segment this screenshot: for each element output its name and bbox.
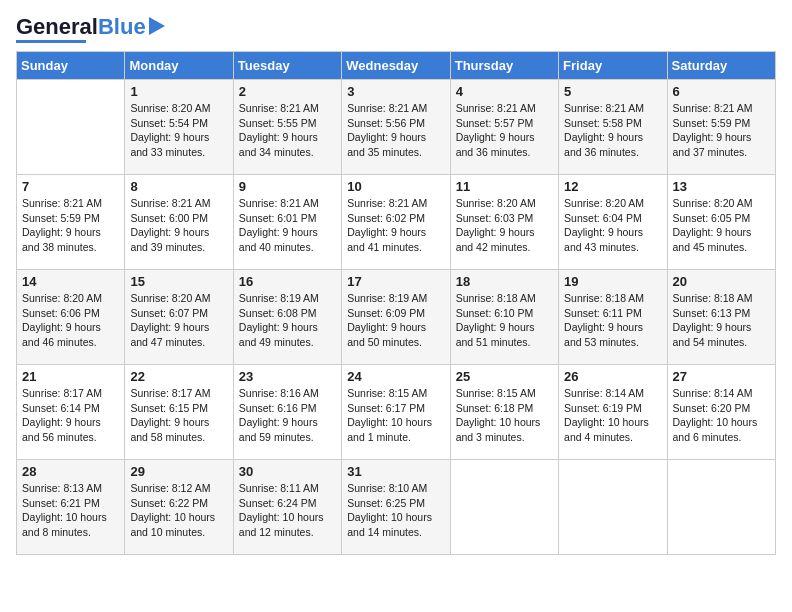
day-number: 31 xyxy=(347,464,445,479)
day-number: 17 xyxy=(347,274,445,289)
calendar-cell: 13 Sunrise: 8:20 AMSunset: 6:05 PMDaylig… xyxy=(667,175,775,270)
cell-info: Sunrise: 8:12 AMSunset: 6:22 PMDaylight:… xyxy=(130,482,215,538)
page-header: GeneralBlue xyxy=(16,16,776,43)
calendar-cell: 26 Sunrise: 8:14 AMSunset: 6:19 PMDaylig… xyxy=(559,365,667,460)
logo: GeneralBlue xyxy=(16,16,165,43)
day-number: 30 xyxy=(239,464,337,479)
day-number: 26 xyxy=(564,369,662,384)
cell-info: Sunrise: 8:17 AMSunset: 6:15 PMDaylight:… xyxy=(130,387,210,443)
calendar-cell: 11 Sunrise: 8:20 AMSunset: 6:03 PMDaylig… xyxy=(450,175,558,270)
header-thursday: Thursday xyxy=(450,52,558,80)
day-number: 4 xyxy=(456,84,554,99)
day-number: 18 xyxy=(456,274,554,289)
calendar-cell: 20 Sunrise: 8:18 AMSunset: 6:13 PMDaylig… xyxy=(667,270,775,365)
cell-info: Sunrise: 8:20 AMSunset: 6:04 PMDaylight:… xyxy=(564,197,644,253)
header-sunday: Sunday xyxy=(17,52,125,80)
calendar-week-row: 1 Sunrise: 8:20 AMSunset: 5:54 PMDayligh… xyxy=(17,80,776,175)
calendar-table: SundayMondayTuesdayWednesdayThursdayFrid… xyxy=(16,51,776,555)
calendar-cell xyxy=(667,460,775,555)
cell-info: Sunrise: 8:20 AMSunset: 6:05 PMDaylight:… xyxy=(673,197,753,253)
calendar-week-row: 28 Sunrise: 8:13 AMSunset: 6:21 PMDaylig… xyxy=(17,460,776,555)
calendar-cell: 14 Sunrise: 8:20 AMSunset: 6:06 PMDaylig… xyxy=(17,270,125,365)
calendar-header-row: SundayMondayTuesdayWednesdayThursdayFrid… xyxy=(17,52,776,80)
day-number: 27 xyxy=(673,369,771,384)
day-number: 13 xyxy=(673,179,771,194)
cell-info: Sunrise: 8:14 AMSunset: 6:20 PMDaylight:… xyxy=(673,387,758,443)
calendar-cell: 23 Sunrise: 8:16 AMSunset: 6:16 PMDaylig… xyxy=(233,365,341,460)
calendar-cell: 21 Sunrise: 8:17 AMSunset: 6:14 PMDaylig… xyxy=(17,365,125,460)
cell-info: Sunrise: 8:18 AMSunset: 6:10 PMDaylight:… xyxy=(456,292,536,348)
calendar-cell: 25 Sunrise: 8:15 AMSunset: 6:18 PMDaylig… xyxy=(450,365,558,460)
day-number: 1 xyxy=(130,84,228,99)
calendar-cell: 27 Sunrise: 8:14 AMSunset: 6:20 PMDaylig… xyxy=(667,365,775,460)
cell-info: Sunrise: 8:16 AMSunset: 6:16 PMDaylight:… xyxy=(239,387,319,443)
cell-info: Sunrise: 8:13 AMSunset: 6:21 PMDaylight:… xyxy=(22,482,107,538)
day-number: 10 xyxy=(347,179,445,194)
calendar-cell: 10 Sunrise: 8:21 AMSunset: 6:02 PMDaylig… xyxy=(342,175,450,270)
cell-info: Sunrise: 8:17 AMSunset: 6:14 PMDaylight:… xyxy=(22,387,102,443)
cell-info: Sunrise: 8:15 AMSunset: 6:17 PMDaylight:… xyxy=(347,387,432,443)
day-number: 11 xyxy=(456,179,554,194)
calendar-cell: 22 Sunrise: 8:17 AMSunset: 6:15 PMDaylig… xyxy=(125,365,233,460)
calendar-cell: 19 Sunrise: 8:18 AMSunset: 6:11 PMDaylig… xyxy=(559,270,667,365)
calendar-week-row: 21 Sunrise: 8:17 AMSunset: 6:14 PMDaylig… xyxy=(17,365,776,460)
day-number: 5 xyxy=(564,84,662,99)
cell-info: Sunrise: 8:20 AMSunset: 6:07 PMDaylight:… xyxy=(130,292,210,348)
cell-info: Sunrise: 8:11 AMSunset: 6:24 PMDaylight:… xyxy=(239,482,324,538)
logo-text: GeneralBlue xyxy=(16,16,146,38)
header-friday: Friday xyxy=(559,52,667,80)
day-number: 8 xyxy=(130,179,228,194)
cell-info: Sunrise: 8:19 AMSunset: 6:09 PMDaylight:… xyxy=(347,292,427,348)
logo-arrow-icon xyxy=(149,17,165,35)
day-number: 22 xyxy=(130,369,228,384)
calendar-cell: 31 Sunrise: 8:10 AMSunset: 6:25 PMDaylig… xyxy=(342,460,450,555)
calendar-cell: 9 Sunrise: 8:21 AMSunset: 6:01 PMDayligh… xyxy=(233,175,341,270)
cell-info: Sunrise: 8:20 AMSunset: 6:03 PMDaylight:… xyxy=(456,197,536,253)
calendar-cell: 1 Sunrise: 8:20 AMSunset: 5:54 PMDayligh… xyxy=(125,80,233,175)
logo-underline xyxy=(16,40,86,43)
calendar-cell: 5 Sunrise: 8:21 AMSunset: 5:58 PMDayligh… xyxy=(559,80,667,175)
day-number: 29 xyxy=(130,464,228,479)
cell-info: Sunrise: 8:21 AMSunset: 5:58 PMDaylight:… xyxy=(564,102,644,158)
calendar-cell: 28 Sunrise: 8:13 AMSunset: 6:21 PMDaylig… xyxy=(17,460,125,555)
header-saturday: Saturday xyxy=(667,52,775,80)
calendar-cell: 3 Sunrise: 8:21 AMSunset: 5:56 PMDayligh… xyxy=(342,80,450,175)
calendar-cell: 30 Sunrise: 8:11 AMSunset: 6:24 PMDaylig… xyxy=(233,460,341,555)
day-number: 28 xyxy=(22,464,120,479)
day-number: 20 xyxy=(673,274,771,289)
cell-info: Sunrise: 8:20 AMSunset: 5:54 PMDaylight:… xyxy=(130,102,210,158)
day-number: 16 xyxy=(239,274,337,289)
header-tuesday: Tuesday xyxy=(233,52,341,80)
day-number: 21 xyxy=(22,369,120,384)
day-number: 6 xyxy=(673,84,771,99)
cell-info: Sunrise: 8:19 AMSunset: 6:08 PMDaylight:… xyxy=(239,292,319,348)
calendar-week-row: 7 Sunrise: 8:21 AMSunset: 5:59 PMDayligh… xyxy=(17,175,776,270)
cell-info: Sunrise: 8:15 AMSunset: 6:18 PMDaylight:… xyxy=(456,387,541,443)
calendar-cell: 17 Sunrise: 8:19 AMSunset: 6:09 PMDaylig… xyxy=(342,270,450,365)
calendar-cell xyxy=(17,80,125,175)
header-wednesday: Wednesday xyxy=(342,52,450,80)
cell-info: Sunrise: 8:20 AMSunset: 6:06 PMDaylight:… xyxy=(22,292,102,348)
day-number: 15 xyxy=(130,274,228,289)
day-number: 9 xyxy=(239,179,337,194)
cell-info: Sunrise: 8:21 AMSunset: 5:59 PMDaylight:… xyxy=(22,197,102,253)
calendar-cell xyxy=(559,460,667,555)
cell-info: Sunrise: 8:18 AMSunset: 6:11 PMDaylight:… xyxy=(564,292,644,348)
cell-info: Sunrise: 8:21 AMSunset: 5:55 PMDaylight:… xyxy=(239,102,319,158)
cell-info: Sunrise: 8:21 AMSunset: 6:00 PMDaylight:… xyxy=(130,197,210,253)
cell-info: Sunrise: 8:21 AMSunset: 6:02 PMDaylight:… xyxy=(347,197,427,253)
calendar-cell: 15 Sunrise: 8:20 AMSunset: 6:07 PMDaylig… xyxy=(125,270,233,365)
calendar-cell: 16 Sunrise: 8:19 AMSunset: 6:08 PMDaylig… xyxy=(233,270,341,365)
day-number: 25 xyxy=(456,369,554,384)
day-number: 3 xyxy=(347,84,445,99)
calendar-cell: 4 Sunrise: 8:21 AMSunset: 5:57 PMDayligh… xyxy=(450,80,558,175)
day-number: 12 xyxy=(564,179,662,194)
header-monday: Monday xyxy=(125,52,233,80)
cell-info: Sunrise: 8:21 AMSunset: 6:01 PMDaylight:… xyxy=(239,197,319,253)
cell-info: Sunrise: 8:10 AMSunset: 6:25 PMDaylight:… xyxy=(347,482,432,538)
calendar-week-row: 14 Sunrise: 8:20 AMSunset: 6:06 PMDaylig… xyxy=(17,270,776,365)
day-number: 23 xyxy=(239,369,337,384)
day-number: 14 xyxy=(22,274,120,289)
calendar-cell: 18 Sunrise: 8:18 AMSunset: 6:10 PMDaylig… xyxy=(450,270,558,365)
day-number: 7 xyxy=(22,179,120,194)
